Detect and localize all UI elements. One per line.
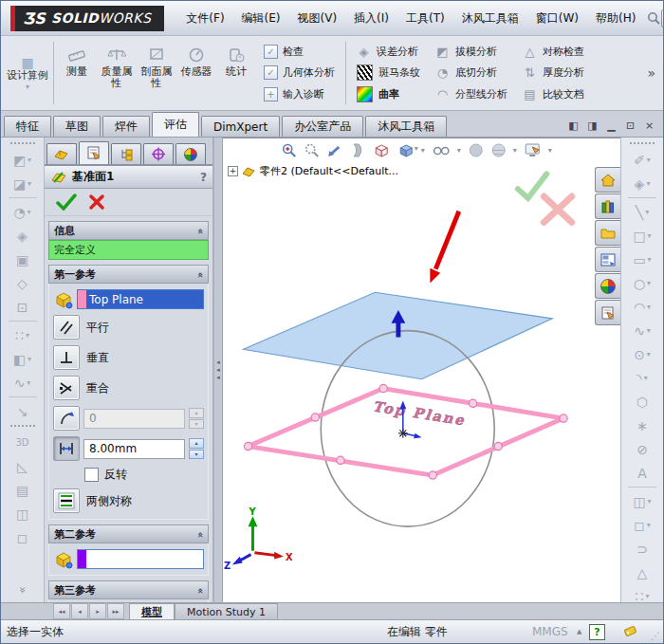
perpendicular-button[interactable] (53, 345, 80, 370)
zebra-stripes-button[interactable]: 斑马条纹 (357, 64, 420, 81)
offset-entities-button[interactable]: ⊃ (623, 537, 661, 561)
line-button[interactable]: ╲▾ (623, 200, 661, 224)
selected-top-plane[interactable] (249, 389, 563, 475)
reference-geometry-button[interactable]: ↘ (4, 399, 42, 423)
mass-properties-button[interactable]: 质量属性 (97, 38, 137, 108)
home-tab[interactable] (595, 167, 620, 193)
apply-scene-icon[interactable] (490, 141, 507, 158)
angle-spin-up[interactable]: ▴ (189, 408, 204, 418)
undercut-analysis-button[interactable]: ◔底切分析 (435, 65, 507, 80)
ellipse-button[interactable]: ⊙▾ (623, 342, 661, 366)
extrude-cut-button[interactable]: ◪▾ (4, 172, 42, 195)
spline-button[interactable]: ∿▾ (623, 319, 661, 342)
measure-button[interactable]: 测量 (57, 38, 97, 108)
parallel-button[interactable] (53, 315, 80, 340)
configurationmanager-tab[interactable] (111, 143, 141, 164)
tab-scroll-first-button[interactable]: ◂◂ (53, 603, 70, 619)
3d-sketch-button[interactable]: 3D (4, 431, 42, 454)
collapse-right-icon[interactable]: ◨ (585, 120, 599, 132)
tab-dimxpert[interactable]: DimXpert (201, 116, 280, 137)
displaymanager-tab[interactable] (175, 143, 206, 164)
menu-mufeng-toolbox[interactable]: 沐风工具箱 (453, 7, 527, 30)
design-library-tab[interactable] (595, 193, 620, 219)
view-settings-icon[interactable] (524, 141, 542, 158)
fillet-button[interactable]: ▣ (4, 248, 42, 271)
deviation-analysis-button[interactable]: ◈误差分析 (357, 45, 420, 59)
second-reference-header[interactable]: 第二参考 « (48, 524, 209, 543)
symmetry-check-button[interactable]: △对称检查 (523, 45, 584, 59)
curve-button[interactable]: ∿▾ (4, 371, 42, 395)
loft-button[interactable]: ◈ (4, 224, 42, 248)
import-diagnostics-tool[interactable]: + 输入诊断 (264, 87, 335, 101)
extrude-boss-button[interactable]: ◩▾ (4, 148, 42, 172)
panel-splitter[interactable]: ◂ ◂ ◂ (213, 138, 223, 602)
dropdown-arrow-icon[interactable]: ▾ (415, 144, 418, 153)
trim-entities-button[interactable]: ⊘ (623, 437, 661, 461)
rectangle-button[interactable]: □▾ (623, 224, 661, 248)
menu-view[interactable]: 视图(V) (289, 7, 346, 30)
circle-button[interactable]: ○▾ (623, 271, 661, 295)
check-tool[interactable]: ✓ 检查 (264, 45, 335, 59)
tab-office-products[interactable]: 办公室产品 (282, 116, 363, 137)
dropdown-arrow-icon[interactable]: ▾ (421, 146, 425, 155)
distance-spin-down[interactable]: ▾ (189, 450, 204, 460)
menu-tools[interactable]: 工具(T) (397, 7, 453, 30)
featuremanager-tree-tab[interactable] (46, 143, 77, 164)
ok-button[interactable] (56, 193, 77, 211)
tab-scroll-last-button[interactable]: ▸▸ (107, 603, 124, 619)
graphics-area[interactable]: ▾ ▾ ▾ ▾ ▾ + 零件2 (Default<<Default... (223, 138, 620, 602)
motion-study-tab[interactable]: Motion Study 1 (175, 603, 278, 619)
second-reference-selection-box[interactable] (77, 549, 204, 569)
arc-button[interactable]: ◠▾ (623, 295, 661, 319)
coincident-button[interactable] (53, 376, 80, 400)
toolbar-drag-handle[interactable] (630, 142, 655, 144)
menu-help[interactable]: 帮助(H) (587, 7, 644, 30)
confirm-cancel-button[interactable] (544, 196, 572, 223)
menu-window[interactable]: 窗口(W) (527, 7, 587, 30)
previous-view-icon[interactable] (326, 141, 342, 158)
slot-button[interactable]: ▭▾ (623, 248, 661, 271)
mirror-entities-button[interactable]: ◫▾ (623, 489, 661, 513)
distance-input[interactable]: 8.00mm (83, 439, 185, 459)
first-reference-header[interactable]: 第一参考 « (48, 265, 209, 284)
sensors-button[interactable]: 传感器 (176, 38, 216, 108)
distance-spin-up[interactable]: ▴ (189, 438, 204, 449)
smart-dimension-button[interactable]: ◈▾ (623, 172, 661, 195)
distance-button[interactable] (53, 436, 80, 461)
info-section-header[interactable]: 信息 « (48, 221, 209, 240)
chamfer-button[interactable]: ◇ (4, 271, 42, 295)
hide-show-items-icon[interactable] (432, 141, 451, 158)
appearances-tab[interactable] (595, 273, 620, 299)
zoom-to-area-icon[interactable] (304, 141, 320, 158)
statistics-button[interactable]: 统计 (216, 38, 256, 108)
units-selector[interactable]: MMGS (532, 625, 568, 638)
mid-plane-button[interactable] (53, 488, 80, 513)
curvature-button[interactable]: 曲率 (357, 86, 420, 102)
draft-analysis-button[interactable]: ◩拔模分析 (435, 45, 507, 59)
doc-restore-button[interactable]: ⊡ (623, 120, 637, 132)
quick-tips-button[interactable]: ? (589, 624, 605, 640)
propertymanager-tab[interactable] (79, 141, 109, 164)
cancel-button[interactable] (88, 193, 105, 211)
toolbar-drag-handle[interactable] (10, 425, 35, 427)
resize-grip[interactable]: ⋰ (651, 631, 660, 641)
dropdown-arrow-icon[interactable]: ▾ (513, 146, 517, 155)
toolbar-overflow-button[interactable]: » (643, 65, 659, 81)
file-explorer-tab[interactable] (595, 220, 620, 246)
help-icon[interactable]: ? (200, 171, 207, 184)
dropdown-arrow-icon[interactable]: ▾ (548, 146, 552, 155)
tree-expand-icon[interactable]: + (228, 166, 238, 176)
tab-weldments[interactable]: 焊件 (102, 116, 150, 137)
intersect-button[interactable]: ◫ (4, 502, 42, 525)
linear-sketch-pattern-button[interactable]: ∷▾ (623, 584, 661, 602)
doc-close-button[interactable]: × (642, 120, 656, 132)
compare-documents-button[interactable]: ▤比较文档 (523, 87, 584, 101)
tab-features[interactable]: 特征 (4, 116, 51, 137)
edit-appearance-icon[interactable] (468, 141, 484, 158)
hole-wizard-button[interactable]: ⊡ (4, 295, 42, 319)
thickness-analysis-button[interactable]: ⇅厚度分析 (523, 65, 584, 80)
tag-icon[interactable] (622, 624, 638, 641)
text-button[interactable]: A (623, 461, 661, 485)
collapse-left-icon[interactable]: ◧ (566, 120, 581, 132)
section-view-icon[interactable] (349, 141, 365, 158)
